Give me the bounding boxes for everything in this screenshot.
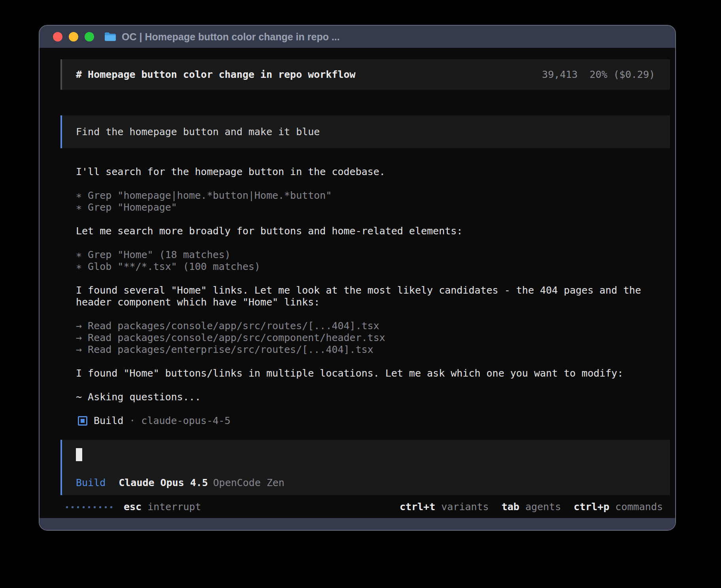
- user-message-text: Find the homepage button and make it blu…: [76, 126, 320, 138]
- assistant-transcript: I'll search for the homepage button in t…: [60, 166, 670, 403]
- agent-model: claude-opus-4-5: [141, 415, 230, 427]
- statusbar: esc interrupt ctrl+t variants tab agents…: [60, 501, 670, 513]
- assistant-text: I found several "Home" links. Let me loo…: [76, 285, 670, 296]
- tool-call-read: → Read packages/console/app/src/componen…: [76, 332, 670, 344]
- agent-name: Build: [94, 415, 123, 427]
- assistant-text: header component which have "Home" links…: [76, 296, 670, 308]
- assistant-status-text: ~ Asking questions...: [76, 391, 670, 403]
- tool-call-grep: ∗ Grep "homepage|home.*button|Home.*butt…: [76, 190, 670, 202]
- composer-meta: Build Claude Opus 4.5 OpenCode Zen: [76, 477, 670, 489]
- session-stats: 39,413 20% ($0.29): [542, 69, 655, 81]
- tool-call-read: → Read packages/enterprise/src/routes/[.…: [76, 344, 670, 356]
- tool-call-read: → Read packages/console/app/src/routes/[…: [76, 320, 670, 332]
- folder-icon: [104, 32, 116, 42]
- terminal-content: # Homepage button color change in repo w…: [40, 48, 675, 518]
- composer-provider: OpenCode Zen: [213, 477, 285, 489]
- session-title: # Homepage button color change in repo w…: [76, 69, 355, 81]
- spinner-dots-icon: [66, 506, 112, 508]
- session-header: # Homepage button color change in repo w…: [60, 59, 670, 90]
- zoom-button[interactable]: [85, 32, 94, 41]
- hint-commands: ctrl+p commands: [574, 501, 663, 513]
- tool-call-glob: ∗ Glob "**/*.tsx" (100 matches): [76, 261, 670, 273]
- assistant-text: I found "Home" buttons/links in multiple…: [76, 368, 670, 379]
- token-count: 39,413: [542, 69, 578, 81]
- composer-agent: Build: [76, 477, 106, 489]
- terminal-window[interactable]: OC | Homepage button color change in rep…: [39, 25, 676, 531]
- agent-build-icon: [78, 416, 87, 426]
- composer-model: Claude Opus 4.5: [119, 477, 208, 489]
- text-cursor: [76, 448, 82, 461]
- user-message: Find the homepage button and make it blu…: [60, 115, 670, 148]
- context-usage: 20% ($0.29): [589, 69, 655, 81]
- prompt-input[interactable]: Build Claude Opus 4.5 OpenCode Zen: [60, 440, 670, 495]
- window-title: OC | Homepage button color change in rep…: [122, 31, 340, 43]
- statusbar-right: ctrl+t variants tab agents ctrl+p comman…: [400, 501, 663, 513]
- hint-interrupt: esc interrupt: [124, 501, 201, 513]
- tool-call-grep: ∗ Grep "Homepage": [76, 202, 670, 213]
- agent-separator: ·: [129, 415, 135, 427]
- agent-status-row: Build · claude-opus-4-5: [60, 415, 670, 427]
- minimize-button[interactable]: [69, 32, 78, 41]
- window-bottom-strip: [40, 518, 675, 530]
- close-button[interactable]: [53, 32, 62, 41]
- statusbar-left: esc interrupt: [66, 501, 201, 513]
- tool-call-grep: ∗ Grep "Home" (18 matches): [76, 249, 670, 261]
- hint-agents: tab agents: [502, 501, 561, 513]
- titlebar: OC | Homepage button color change in rep…: [40, 26, 675, 48]
- hint-variants: ctrl+t variants: [400, 501, 489, 513]
- assistant-text: I'll search for the homepage button in t…: [76, 166, 670, 178]
- assistant-text: Let me search more broadly for buttons a…: [76, 225, 670, 237]
